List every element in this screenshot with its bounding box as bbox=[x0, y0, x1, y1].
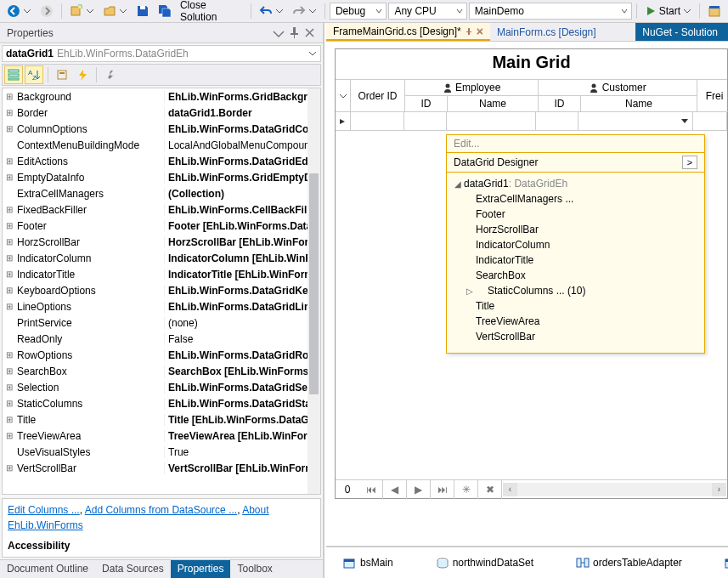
tab-framemain[interactable]: FrameMainGrid.cs [Design]* × bbox=[326, 23, 490, 41]
new-project-button[interactable] bbox=[66, 3, 98, 20]
property-value[interactable]: (none) bbox=[164, 317, 320, 329]
redo-button[interactable] bbox=[289, 3, 320, 20]
property-value[interactable]: EhLib.WinForms.DataGridSelec bbox=[164, 382, 320, 394]
startup-combo[interactable]: MainDemo bbox=[469, 3, 632, 20]
toolbox-button[interactable] bbox=[704, 3, 725, 20]
property-row[interactable]: ⊞HorzScrollBarHorzScrollBar [EhLib.WinFo… bbox=[3, 234, 320, 250]
property-row[interactable]: ⊞FooterFooter [EhLib.WinForms.DataGr bbox=[3, 218, 320, 234]
property-row[interactable]: ContextMenuBuildingModeLocalAndGlobalMen… bbox=[3, 137, 320, 153]
expand-icon[interactable]: ⊞ bbox=[3, 156, 15, 166]
edit-columns-link[interactable]: Edit Columns ... bbox=[8, 504, 80, 516]
property-value[interactable]: VertScrollBar [EhLib.WinForms. bbox=[164, 462, 320, 474]
property-value[interactable]: dataGrid1.Border bbox=[164, 107, 320, 119]
dropdown-arrow-icon[interactable] bbox=[680, 117, 689, 126]
horiz-scrollbar[interactable]: ‹ › bbox=[503, 483, 726, 496]
property-value[interactable]: EhLib.WinForms.DataGridColum bbox=[164, 123, 320, 135]
property-row[interactable]: ReadOnlyFalse bbox=[3, 331, 320, 347]
expand-icon[interactable]: ⊞ bbox=[3, 92, 15, 101]
tray-component[interactable]: bsEm bbox=[725, 557, 728, 569]
tree-item[interactable]: TreeViewArea bbox=[452, 314, 699, 329]
col-emp-id[interactable]: ID bbox=[405, 96, 448, 112]
props-button[interactable] bbox=[53, 65, 71, 84]
property-row[interactable]: ⊞RowOptionsEhLib.WinForms.DataGridRowO bbox=[3, 347, 320, 363]
property-value[interactable]: (Collection) bbox=[164, 188, 320, 200]
tab-mainform[interactable]: MainForm.cs [Design] bbox=[490, 23, 603, 41]
window-menu-icon[interactable] bbox=[273, 26, 285, 39]
col-frei[interactable]: Frei bbox=[697, 80, 728, 112]
col-cust-name[interactable]: Name bbox=[581, 96, 697, 112]
config-combo[interactable]: Debug bbox=[330, 3, 387, 20]
expand-icon[interactable]: ⊞ bbox=[3, 286, 15, 295]
property-row[interactable]: ⊞EditActionsEhLib.WinForms.DataGridEditA… bbox=[3, 153, 320, 169]
property-row[interactable]: ⊞VertScrollBarVertScrollBar [EhLib.WinFo… bbox=[3, 460, 320, 476]
property-value[interactable]: EhLib.WinForms.GridBackgroun bbox=[164, 91, 320, 103]
categorized-button[interactable] bbox=[4, 65, 23, 84]
alpha-button[interactable]: AZ bbox=[25, 65, 43, 84]
smart-edit-link[interactable]: Edit... bbox=[447, 135, 704, 153]
scrollbar-thumb[interactable] bbox=[309, 173, 319, 394]
close-solution-button[interactable]: Close Solution bbox=[177, 0, 246, 25]
tree-item[interactable]: IndicatorColumn bbox=[452, 237, 699, 252]
tree-item[interactable]: ExtraCellManagers ... bbox=[452, 191, 699, 207]
property-value[interactable]: IndicatorColumn [EhLib.WinFor bbox=[164, 252, 320, 264]
nav-fwd-button[interactable] bbox=[37, 3, 57, 20]
expand-icon[interactable]: ⊞ bbox=[3, 253, 15, 263]
expand-icon[interactable]: ⊞ bbox=[3, 269, 15, 279]
expand-icon[interactable]: ⊞ bbox=[3, 221, 15, 230]
expand-icon[interactable]: ⊞ bbox=[3, 431, 15, 440]
tab-nuget[interactable]: NuGet - Solution bbox=[635, 23, 728, 41]
go-button[interactable]: > bbox=[682, 156, 697, 169]
tree-item[interactable]: Footer bbox=[452, 207, 699, 222]
tray-component[interactable]: bsMain bbox=[343, 557, 393, 569]
start-button[interactable]: Start bbox=[641, 3, 695, 19]
design-surface[interactable]: Main Grid Order ID Employee Customer Fre… bbox=[326, 42, 728, 546]
property-value[interactable]: LocalAndGlobalMenuCompound bbox=[164, 139, 320, 151]
tray-component[interactable]: ordersTableAdapter bbox=[576, 557, 682, 569]
property-row[interactable]: ⊞TreeViewAreaTreeViewArea [EhLib.WinForm… bbox=[3, 428, 320, 444]
close-icon[interactable] bbox=[303, 26, 316, 39]
property-row[interactable]: ⊞EmptyDataInfoEhLib.WinForms.GridEmptyDa… bbox=[3, 169, 320, 185]
object-selector[interactable]: dataGrid1EhLib.WinForms.DataGridEh bbox=[2, 45, 321, 62]
tree-root[interactable]: ◢ dataGrid1: DataGridEh bbox=[452, 176, 699, 191]
grid-corner[interactable] bbox=[336, 80, 351, 112]
expand-icon[interactable]: ⊞ bbox=[3, 302, 15, 311]
tree-item[interactable]: VertScrollBar bbox=[452, 329, 699, 344]
property-row[interactable]: ⊞FixedBackFillerEhLib.WinForms.CellBackF… bbox=[3, 201, 320, 218]
property-value[interactable]: SearchBox [EhLib.WinForms.Da bbox=[164, 366, 320, 377]
property-value[interactable]: True bbox=[164, 446, 320, 458]
pager-delete[interactable]: ✖ bbox=[478, 480, 502, 499]
add-columns-link[interactable]: Add Columns from DataSource ... bbox=[85, 504, 237, 516]
expand-icon[interactable]: ⊞ bbox=[3, 124, 15, 133]
expand-icon[interactable]: ⊞ bbox=[3, 350, 15, 360]
scroll-left-button[interactable]: ‹ bbox=[503, 483, 517, 496]
close-icon[interactable]: × bbox=[477, 25, 483, 38]
col-employee[interactable]: Employee bbox=[405, 80, 539, 96]
property-value[interactable]: EhLib.WinForms.DataGridKeybc bbox=[164, 285, 320, 297]
pager-first[interactable]: ⏮ bbox=[359, 480, 383, 499]
tree-item[interactable]: IndicatorTitle bbox=[452, 252, 699, 268]
property-row[interactable]: ⊞IndicatorTitleIndicatorTitle [EhLib.Win… bbox=[3, 266, 320, 282]
prop-scrollbar[interactable] bbox=[308, 88, 320, 494]
expand-icon[interactable]: ⊞ bbox=[3, 108, 15, 117]
collapse-arrow-icon[interactable]: ◢ bbox=[452, 179, 464, 189]
datagrid-control[interactable]: Main Grid Order ID Employee Customer Fre… bbox=[335, 48, 728, 499]
panel-tab[interactable]: Toolbox bbox=[230, 560, 279, 578]
property-row[interactable]: ⊞ColumnOptionsEhLib.WinForms.DataGridCol… bbox=[3, 121, 320, 137]
pin-icon[interactable] bbox=[465, 27, 473, 36]
property-row[interactable]: PrintService(none) bbox=[3, 314, 320, 331]
scroll-right-button[interactable]: › bbox=[712, 483, 726, 496]
property-value[interactable]: HorzScrollBar [EhLib.WinForms bbox=[164, 236, 320, 248]
pager-add[interactable]: ✳ bbox=[454, 480, 478, 499]
col-emp-name[interactable]: Name bbox=[448, 96, 539, 112]
property-value[interactable]: EhLib.WinForms.DataGridEditAc bbox=[164, 156, 320, 167]
designer-tree[interactable]: ◢ dataGrid1: DataGridEh ExtraCellManager… bbox=[447, 173, 704, 353]
property-row[interactable]: ⊞BorderdataGrid1.Border bbox=[3, 105, 320, 121]
property-row[interactable]: ⊞SearchBoxSearchBox [EhLib.WinForms.Da bbox=[3, 363, 320, 379]
nav-back-button[interactable] bbox=[3, 3, 35, 20]
property-value[interactable]: TreeViewArea [EhLib.WinForms bbox=[164, 430, 320, 442]
col-customer[interactable]: Customer bbox=[539, 80, 697, 96]
expand-icon[interactable]: ⊞ bbox=[3, 205, 15, 214]
pager-prev[interactable]: ◀ bbox=[383, 480, 407, 499]
pin-icon[interactable] bbox=[288, 26, 301, 39]
property-value[interactable]: EhLib.WinForms.GridEmptyData bbox=[164, 172, 320, 184]
